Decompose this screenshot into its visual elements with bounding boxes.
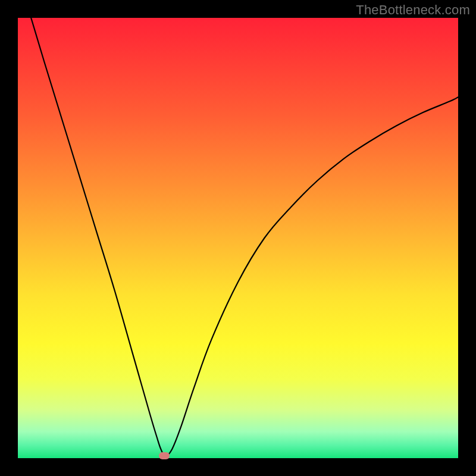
minimum-marker — [159, 452, 170, 459]
bottleneck-curve — [18, 18, 458, 458]
plot-area — [18, 18, 458, 458]
watermark-text: TheBottleneck.com — [356, 2, 470, 18]
chart-frame: TheBottleneck.com — [0, 0, 476, 476]
